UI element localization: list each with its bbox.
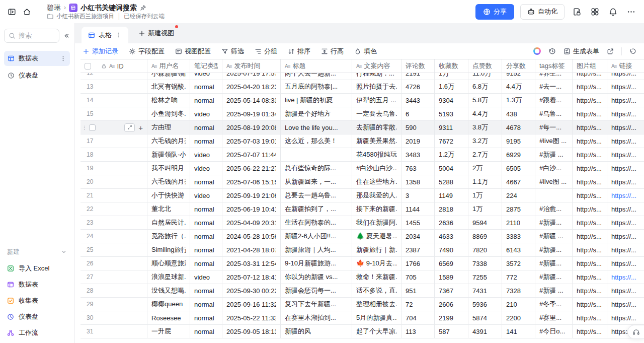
cell-images[interactable]: http://s...	[573, 298, 607, 311]
cell-tags[interactable]: #新疆 ...	[535, 284, 573, 297]
cell-title[interactable]: 总要去一趟乌鲁...	[281, 189, 352, 202]
view-menu-icon[interactable]	[115, 32, 122, 38]
cell-content[interactable]: 整理相册被去...	[352, 298, 401, 311]
cell-content[interactable]: 去新疆的零散...	[352, 121, 401, 134]
cell-comments[interactable]: 6	[401, 107, 435, 120]
cell-link[interactable]: https://...	[607, 284, 644, 297]
cell-favorites[interactable]: 587	[435, 325, 468, 338]
row-index-cell[interactable]: 27	[80, 270, 147, 284]
cell-content[interactable]: 新疆美景果然...	[352, 134, 401, 148]
row-index-cell[interactable]: 12	[80, 73, 147, 80]
cell-user[interactable]: Roseesee	[147, 311, 190, 324]
cell-images[interactable]: http://s...	[573, 80, 607, 93]
cell-user[interactable]: 六毛钱的月亮	[147, 175, 190, 188]
cell-type[interactable]: normal	[190, 80, 222, 93]
cell-link[interactable]: https://...	[607, 189, 644, 202]
cell-user[interactable]: 小于快快游	[147, 189, 190, 202]
cell-title[interactable]: 你以为的新疆 vs...	[281, 270, 352, 284]
tab-grid-view[interactable]: 表格	[82, 27, 128, 43]
table-row[interactable]: 29椰椰queennormal2025-09-16 11:32:51复习下去年新…	[80, 298, 644, 311]
cell-favorites[interactable]: 1589	[435, 270, 468, 284]
cell-likes[interactable]: 7255	[468, 270, 502, 284]
table-row[interactable]: ⋮⋮+方由理normal2025-08-19 20:08:22Love the …	[80, 121, 644, 134]
cell-title[interactable]: 在新疆拍到了，...	[281, 202, 352, 216]
cell-favorites[interactable]: 9304	[435, 94, 468, 107]
toolbar-fill-color-button[interactable]: 填色	[354, 47, 377, 56]
cell-images[interactable]: http://s...	[573, 94, 607, 107]
sidebar-item-dashboard-clock[interactable]: 仪表盘	[4, 68, 70, 83]
cell-favorites[interactable]: 5288	[435, 175, 468, 188]
cell-comments[interactable]: 3	[401, 189, 435, 202]
row-index-cell[interactable]: 24	[80, 230, 147, 243]
cell-time[interactable]: 2025-04-09 20:31:31	[222, 216, 281, 229]
row-index-cell[interactable]: 22	[80, 202, 147, 216]
row-index-cell[interactable]: 28	[80, 284, 147, 297]
row-index-cell[interactable]: 13	[80, 80, 147, 93]
toolbar-gear-button[interactable]: 字段配置	[129, 47, 165, 56]
toolbar-row-height-button[interactable]: 行高	[321, 47, 344, 56]
cell-time[interactable]: 2025-03-31 12:54:00	[222, 257, 281, 270]
cell-time[interactable]: 2025-09-30 00:22:48	[222, 284, 281, 297]
cell-user[interactable]: 没钱又想喝...	[147, 284, 190, 297]
cell-comments[interactable]: 705	[401, 270, 435, 284]
cell-link[interactable]: https://...	[607, 80, 644, 93]
table-row[interactable]: 17六毛钱的月亮normal2025-07-03 19:01:24这么近，那么美…	[80, 134, 644, 148]
more-ellipsis-icon[interactable]	[625, 6, 637, 18]
cell-likes[interactable]: 4.4万	[468, 107, 502, 120]
cell-likes[interactable]: 8869	[468, 230, 502, 243]
table-row[interactable]: 14松林之响normal2025-05-14 08:33:11live | 新疆…	[80, 94, 644, 107]
column-header-7[interactable]: 收藏数	[435, 59, 468, 73]
cell-images[interactable]: http://s...	[573, 73, 607, 80]
cell-user[interactable]: 顺心顺意旅游	[147, 257, 190, 270]
cell-content[interactable]: 话不多说，直...	[352, 284, 401, 297]
cell-tags[interactable]: #今日o...	[535, 325, 573, 338]
cell-type[interactable]: video	[190, 73, 222, 80]
cell-link[interactable]: https://...	[607, 216, 644, 229]
column-header-12[interactable]: A≡链接	[607, 59, 644, 73]
column-header-1[interactable]: A≡用户名	[147, 59, 190, 73]
table-row[interactable]: 23自然居民计...normal2025-04-09 20:31:31生活在阿勒…	[80, 216, 644, 230]
cell-likes[interactable]: 7431	[468, 284, 502, 297]
cell-type[interactable]: normal	[190, 284, 222, 297]
cell-favorites[interactable]: 6569	[435, 257, 468, 270]
cell-images[interactable]: http://s...	[573, 202, 607, 216]
cell-link[interactable]: https://...	[607, 298, 644, 311]
cell-time[interactable]: 2024-05-28 10:56:26	[222, 230, 281, 243]
cell-tags[interactable]: #冬季...	[535, 298, 573, 311]
cell-shares[interactable]: 224	[502, 189, 535, 202]
cell-likes[interactable]: 2万	[468, 162, 502, 175]
table-row[interactable]: 26顺心顺意旅游normal2025-03-31 12:54:009-10月新疆…	[80, 257, 644, 270]
cell-tags[interactable]: #新疆...	[535, 270, 573, 284]
project-name[interactable]: 小红书新西兰旅游项目	[56, 13, 114, 20]
drag-handle-icon[interactable]: ⋮⋮	[82, 125, 87, 130]
cell-content[interactable]: 我们在新疆阿...	[352, 216, 401, 229]
cell-link[interactable]: https://...	[607, 148, 644, 161]
cell-link[interactable]: https://...	[607, 202, 644, 216]
home-icon[interactable]	[20, 5, 33, 18]
cell-user[interactable]: 松林之响	[147, 94, 190, 107]
cell-type[interactable]: normal	[190, 94, 222, 107]
cell-comments[interactable]: 590	[401, 121, 435, 134]
table-row[interactable]: 20六毛钱的月亮normal2025-07-06 15:15:40从新疆回来，一…	[80, 175, 644, 189]
create-item-table-grid[interactable]: 数据表	[4, 277, 70, 293]
create-item-form-collect[interactable]: 收集表	[4, 293, 70, 309]
cell-title[interactable]: 从新疆回来，一...	[281, 175, 352, 188]
cell-link[interactable]: https://...	[607, 257, 644, 270]
cell-type[interactable]: video	[190, 189, 222, 202]
cell-comments[interactable]: 3443	[401, 94, 435, 107]
cell-likes[interactable]: 1万	[468, 202, 502, 216]
cell-type[interactable]: video	[190, 148, 222, 161]
create-item-workflow[interactable]: 工作流	[4, 325, 70, 341]
column-header-6[interactable]: 评论数	[401, 59, 435, 73]
cell-images[interactable]: http://s...	[573, 325, 607, 338]
cell-type[interactable]: normal	[190, 216, 222, 229]
cell-link[interactable]: https://...	[607, 134, 644, 148]
cell-title[interactable]: Love the life you...	[281, 121, 352, 134]
cell-likes[interactable]: 3.8万	[468, 121, 502, 134]
table-row[interactable]: 18新疆领队-小...video2025-07-07 11:44:41花4580…	[80, 148, 644, 162]
cell-user[interactable]: 北冥有锅酸...	[147, 80, 190, 93]
cell-images[interactable]: http://s...	[573, 189, 607, 202]
column-header-5[interactable]: A≡文案内容	[352, 59, 401, 73]
row-index-cell[interactable]: 15	[80, 107, 147, 120]
expand-record-button[interactable]	[124, 123, 135, 132]
